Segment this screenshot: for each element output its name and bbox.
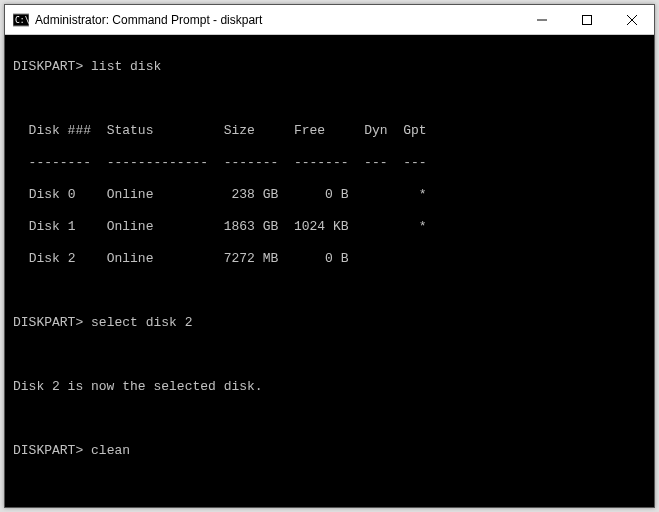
- table-row: Disk 1 Online 1863 GB 1024 KB *: [13, 219, 646, 235]
- svg-rect-3: [582, 15, 591, 24]
- command-prompt-window: C:\ Administrator: Command Prompt - disk…: [4, 4, 655, 508]
- table-row: Disk 2 Online 7272 MB 0 B: [13, 251, 646, 267]
- command-text: clean: [91, 443, 130, 458]
- table-underline: -------- ------------- ------- ------- -…: [13, 155, 646, 171]
- window-controls: [519, 5, 654, 34]
- status-message: Disk 2 is now the selected disk.: [13, 379, 263, 394]
- prompt: DISKPART>: [13, 315, 83, 330]
- minimize-button[interactable]: [519, 5, 564, 34]
- svg-text:C:\: C:\: [15, 16, 29, 25]
- cmd-icon: C:\: [13, 12, 29, 28]
- table-header: Disk ### Status Size Free Dyn Gpt: [13, 123, 646, 139]
- prompt: DISKPART>: [13, 443, 83, 458]
- close-button[interactable]: [609, 5, 654, 34]
- table-row: Disk 0 Online 238 GB 0 B *: [13, 187, 646, 203]
- command-text: select disk 2: [91, 315, 192, 330]
- window-title: Administrator: Command Prompt - diskpart: [35, 13, 519, 27]
- maximize-button[interactable]: [564, 5, 609, 34]
- prompt: DISKPART>: [13, 59, 83, 74]
- titlebar[interactable]: C:\ Administrator: Command Prompt - disk…: [5, 5, 654, 35]
- command-text: list disk: [91, 59, 161, 74]
- console-output[interactable]: DISKPART> list disk Disk ### Status Size…: [5, 35, 654, 507]
